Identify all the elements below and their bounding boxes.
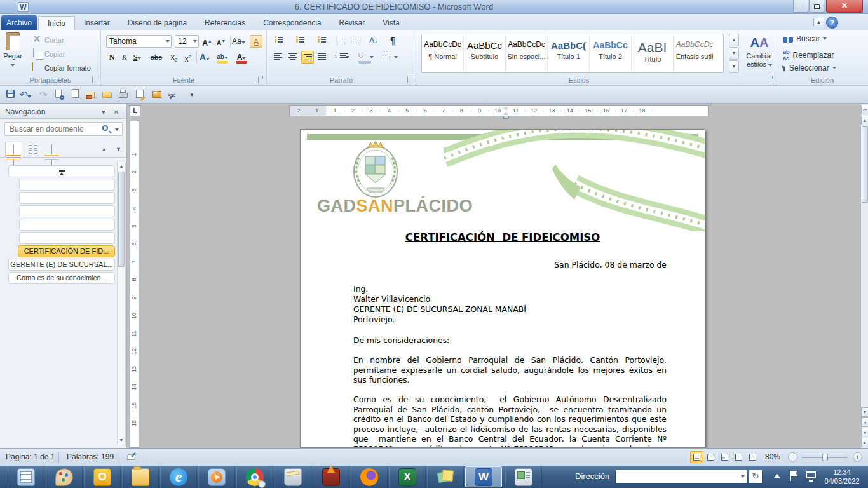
- styles-scroll-down-icon[interactable]: ▼: [729, 47, 739, 60]
- replace-button[interactable]: abac Reemplazar: [783, 49, 834, 62]
- outline-view-icon[interactable]: [732, 451, 745, 463]
- network-tray-icon[interactable]: [806, 471, 816, 478]
- nav-close-icon[interactable]: ✕: [111, 108, 121, 117]
- change-case-button[interactable]: Aa: [232, 35, 245, 48]
- numbering-icon[interactable]: [294, 34, 306, 47]
- paste-dropdown-icon[interactable]: [11, 64, 15, 67]
- nav-item-3[interactable]: [19, 205, 115, 217]
- style-sin-espaciado[interactable]: AaBbCcDc Sin espaci...: [506, 35, 548, 72]
- bold-button[interactable]: N: [106, 51, 118, 64]
- spellcheck-status-icon[interactable]: ✓: [127, 452, 138, 461]
- tab-stop-selector[interactable]: L: [130, 105, 140, 116]
- zoom-level[interactable]: 80%: [765, 449, 780, 466]
- nav-tab-pages[interactable]: [24, 142, 41, 158]
- show-hidden-icons-icon[interactable]: [774, 474, 780, 478]
- document-page[interactable]: GADSANPLÁCIDO CERTIFICACIÓN DE FIDEICOMI…: [300, 129, 705, 448]
- sort-icon[interactable]: A↓: [367, 34, 380, 47]
- address-refresh-icon[interactable]: ↻: [749, 470, 763, 484]
- nav-item-5[interactable]: [19, 232, 115, 244]
- scroll-thumb[interactable]: [862, 126, 868, 203]
- borders-icon[interactable]: [383, 51, 395, 64]
- nav-search-input[interactable]: [8, 123, 97, 135]
- save-icon[interactable]: [4, 88, 17, 101]
- nav-item-collapse[interactable]: [8, 165, 115, 177]
- prev-page-icon[interactable]: ◂: [861, 417, 868, 427]
- tab-archivo[interactable]: Archivo: [1, 15, 37, 30]
- shrink-font-button[interactable]: A▼: [215, 35, 227, 48]
- tab-revisar[interactable]: Revisar: [330, 16, 374, 30]
- select-button[interactable]: Seleccionar: [783, 64, 836, 72]
- mail-attach-icon[interactable]: [84, 88, 97, 101]
- zoom-out-icon[interactable]: −: [788, 452, 797, 462]
- copy-button[interactable]: Copiar: [32, 48, 65, 60]
- subscript-button[interactable]: x2: [168, 51, 180, 64]
- help-icon[interactable]: ?: [826, 17, 838, 29]
- collapse-ribbon-icon[interactable]: ▲: [813, 18, 824, 27]
- clear-formatting-icon[interactable]: A̲: [250, 35, 262, 48]
- draft-view-icon[interactable]: [746, 451, 759, 463]
- zoom-in-icon[interactable]: +: [853, 452, 862, 462]
- new-document-icon[interactable]: [69, 88, 81, 101]
- style-titulo-2[interactable]: AaBbCc Título 2: [590, 35, 632, 72]
- text-effects-icon[interactable]: A: [199, 51, 210, 64]
- nav-item-1[interactable]: [19, 179, 115, 191]
- print-preview-icon[interactable]: [52, 88, 65, 101]
- nav-item-como-es[interactable]: Como es de su conocimien...: [8, 272, 115, 284]
- taskbar-firefox-icon[interactable]: [351, 466, 388, 487]
- ruler-toggle-icon[interactable]: ▭: [861, 105, 868, 114]
- style-titulo-1[interactable]: AaBbC( Título 1: [548, 35, 590, 72]
- print-icon[interactable]: [117, 88, 130, 101]
- nav-scroll-down-icon[interactable]: ▼: [118, 436, 125, 444]
- font-color-icon[interactable]: A: [236, 51, 247, 64]
- italic-button[interactable]: K: [119, 51, 130, 64]
- line-spacing-icon[interactable]: ↕: [334, 51, 347, 64]
- tab-inicio[interactable]: Inicio: [38, 16, 75, 30]
- restore-button[interactable]: [809, 0, 824, 13]
- taskbar-scanner-icon[interactable]: [275, 466, 311, 487]
- action-center-flag-icon[interactable]: [790, 471, 791, 481]
- scroll-down-icon[interactable]: ▼: [861, 407, 868, 417]
- nav-scroll-up-icon[interactable]: ▲: [118, 162, 125, 170]
- tab-correspondencia[interactable]: Correspondencia: [254, 16, 330, 30]
- taskbar-clock[interactable]: 12:34 04/03/2022: [821, 468, 863, 485]
- clipboard-dialog-launcher-icon[interactable]: [92, 77, 98, 83]
- indent-markers[interactable]: [503, 107, 509, 119]
- nav-item-2[interactable]: [19, 192, 115, 204]
- favorites-folder-icon[interactable]: ✳: [150, 88, 163, 101]
- styles-more-icon[interactable]: ▼: [729, 60, 739, 73]
- zoom-slider[interactable]: [802, 457, 848, 458]
- bullets-icon[interactable]: [272, 34, 285, 47]
- tab-insertar[interactable]: Insertar: [75, 16, 119, 30]
- taskbar-sticky-notes-icon[interactable]: [427, 466, 464, 487]
- nav-next-icon[interactable]: ▼: [116, 146, 121, 152]
- paragraph-dialog-launcher-icon[interactable]: [407, 77, 414, 83]
- underline-button[interactable]: S: [132, 51, 143, 64]
- spelling-icon[interactable]: ABC✓: [166, 88, 179, 101]
- taskbar-media-player-icon[interactable]: [198, 466, 235, 487]
- find-button[interactable]: Buscar: [783, 34, 827, 43]
- superscript-button[interactable]: x2: [182, 51, 194, 64]
- next-page-icon[interactable]: ▸: [861, 438, 868, 447]
- close-button[interactable]: ✕: [826, 0, 863, 13]
- styles-dialog-launcher-icon[interactable]: [768, 77, 774, 83]
- nav-item-certificacion[interactable]: CERTIFICACIÓN DE FID...: [18, 245, 115, 257]
- decrease-indent-icon[interactable]: [336, 34, 348, 47]
- styles-scroll-up-icon[interactable]: ▲: [729, 34, 739, 46]
- web-layout-view-icon[interactable]: [718, 451, 731, 463]
- zoom-slider-thumb[interactable]: [822, 454, 828, 461]
- nav-options-icon[interactable]: ▼: [98, 108, 109, 117]
- grow-font-button[interactable]: A▲: [201, 35, 213, 48]
- nav-tab-headings[interactable]: [5, 142, 22, 158]
- undo-icon[interactable]: ↶: [19, 88, 32, 101]
- scroll-up-icon[interactable]: ▲: [861, 116, 868, 125]
- quick-edit-icon[interactable]: [133, 88, 146, 101]
- format-painter-button[interactable]: Copiar formato: [32, 62, 91, 74]
- show-marks-icon[interactable]: ¶: [386, 34, 399, 47]
- search-icon[interactable]: [102, 125, 108, 131]
- nav-scroll-thumb[interactable]: [118, 172, 125, 267]
- font-name-combo[interactable]: Tahoma: [106, 35, 172, 48]
- paste-button[interactable]: Pegar: [0, 30, 25, 70]
- open-icon[interactable]: [100, 88, 113, 101]
- align-left-icon[interactable]: [272, 51, 285, 64]
- print-layout-view-icon[interactable]: [690, 451, 703, 463]
